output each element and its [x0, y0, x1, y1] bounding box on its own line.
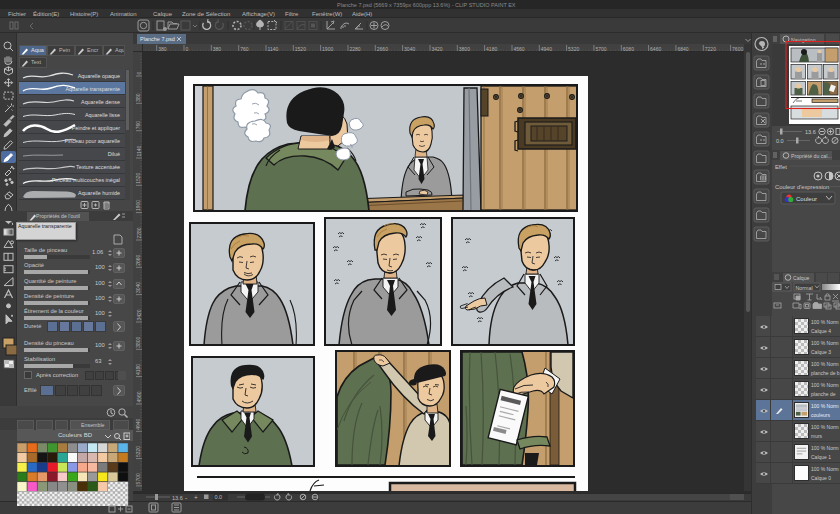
svg-text:Propriété du cal...: Propriété du cal...: [791, 153, 832, 159]
svg-text:2660: 2660: [136, 254, 142, 265]
svg-text:7220: 7220: [705, 46, 716, 52]
svg-text:0: 0: [136, 72, 142, 75]
svg-text:Calque: Calque: [793, 275, 810, 281]
svg-text:Couleur: Couleur: [796, 196, 817, 202]
svg-text:4180: 4180: [136, 364, 142, 375]
svg-text:3800: 3800: [136, 336, 142, 347]
svg-text:7600: 7600: [732, 46, 743, 52]
svg-text:0.0: 0.0: [215, 494, 223, 500]
svg-text:13.6: 13.6: [172, 495, 183, 501]
svg-text:5320: 5320: [568, 46, 579, 52]
svg-text:3420: 3420: [432, 46, 443, 52]
svg-text:Couleur d'expression: Couleur d'expression: [775, 184, 829, 190]
svg-text:5700: 5700: [136, 473, 142, 484]
svg-text:2280: 2280: [136, 227, 142, 238]
svg-text:380: 380: [136, 93, 142, 102]
svg-text:1140: 1140: [136, 146, 142, 157]
svg-text:380: 380: [213, 46, 222, 52]
svg-text:6460: 6460: [650, 46, 661, 52]
svg-text:6080: 6080: [623, 46, 634, 52]
svg-text:6840: 6840: [677, 46, 688, 52]
svg-text:0.0: 0.0: [776, 138, 784, 144]
svg-text:Normal: Normal: [796, 285, 813, 291]
svg-text:4180: 4180: [486, 46, 497, 52]
svg-text:1900: 1900: [136, 200, 142, 211]
svg-text:Effet: Effet: [775, 164, 787, 170]
svg-text:4940: 4940: [541, 46, 552, 52]
svg-text:5320: 5320: [136, 446, 142, 457]
svg-text:13.6: 13.6: [805, 129, 816, 135]
svg-text:3040: 3040: [404, 46, 415, 52]
svg-text:1520: 1520: [136, 172, 142, 183]
svg-text:3800: 3800: [459, 46, 470, 52]
svg-text:0: 0: [186, 46, 189, 52]
svg-text:760: 760: [136, 121, 142, 130]
svg-text:4560: 4560: [136, 391, 142, 402]
svg-text:760: 760: [240, 46, 249, 52]
svg-text:1520: 1520: [295, 46, 306, 52]
svg-text:4940: 4940: [136, 418, 142, 429]
svg-text:3420: 3420: [136, 309, 142, 320]
svg-text:1900: 1900: [322, 46, 333, 52]
svg-text:3040: 3040: [136, 282, 142, 293]
svg-text:4560: 4560: [514, 46, 525, 52]
svg-text:380: 380: [158, 46, 167, 52]
svg-text:1140: 1140: [268, 46, 279, 52]
svg-text:-: -: [185, 494, 187, 501]
svg-text:2660: 2660: [377, 46, 388, 52]
svg-text:+: +: [194, 494, 198, 501]
svg-text:2280: 2280: [350, 46, 361, 52]
svg-text:5700: 5700: [595, 46, 606, 52]
